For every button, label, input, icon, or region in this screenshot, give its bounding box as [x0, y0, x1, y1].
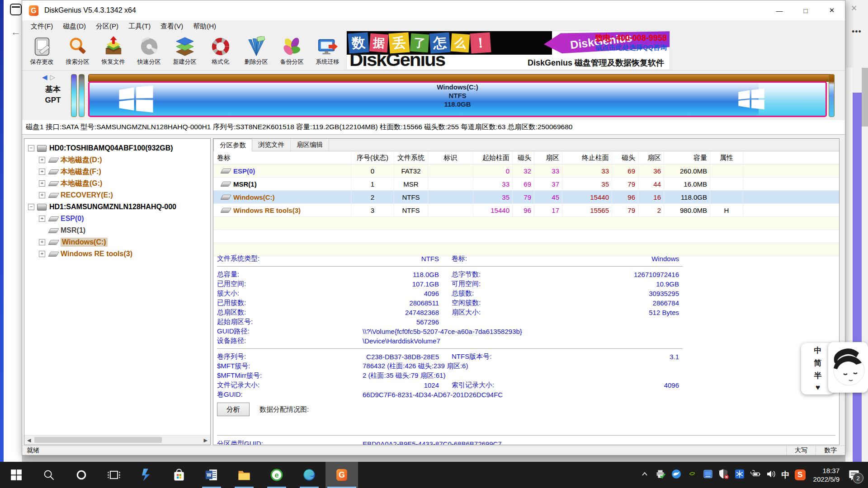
tree-toggle-icon[interactable]: − — [28, 204, 34, 210]
detail-label: $MFT簇号: — [217, 362, 314, 371]
tray-snowflake-icon[interactable] — [734, 469, 745, 481]
partition-row-msr1[interactable]: MSR(1)1MSR33693735794416.0MB — [213, 178, 839, 191]
tray-sogou-icon[interactable]: S — [795, 469, 806, 480]
esp-partition-bar[interactable] — [71, 74, 77, 117]
backup-partition-button[interactable]: 备份分区 — [274, 32, 310, 70]
tree-toggle-icon[interactable]: + — [39, 192, 45, 198]
word-icon — [205, 468, 218, 482]
scroll-left-arrow-icon[interactable]: ◀ — [27, 437, 31, 443]
tree-toggle-icon[interactable]: + — [39, 169, 45, 175]
menu-item-f[interactable]: 文件(F) — [26, 22, 58, 31]
close-button[interactable]: ✕ — [819, 0, 845, 20]
scrollbar-thumb[interactable] — [34, 437, 162, 443]
tree-item-recoverye[interactable]: + RECOVERY(E:) — [24, 189, 210, 201]
cortana-button[interactable] — [65, 462, 98, 488]
tray-bird-icon[interactable] — [671, 469, 682, 481]
new-partition-button[interactable]: 新建分区 — [167, 32, 203, 70]
next-disk-arrow-icon[interactable]: ▷ — [50, 73, 58, 81]
tree-toggle-icon[interactable]: + — [39, 251, 45, 257]
tray-ime-lang-icon[interactable]: 中 — [782, 469, 790, 480]
tab-1[interactable]: 浏览文件 — [252, 139, 291, 151]
tree-item-esp0[interactable]: + ESP(0) — [24, 213, 210, 225]
tab-2[interactable]: 扇区编辑 — [291, 139, 329, 151]
detail-label: 卷序列号: — [217, 352, 314, 361]
clock-date: 2022/5/9 — [813, 475, 840, 483]
tree-item-windowsretools3[interactable]: + Windows RE tools(3) — [24, 248, 210, 260]
partition-row-windowsretools3[interactable]: Windows RE tools(3)3NTFS1544096171556579… — [213, 204, 839, 217]
msr-partition-bar[interactable] — [79, 74, 85, 117]
menu-item-p[interactable]: 分区(P) — [91, 22, 123, 31]
partition-row-esp0[interactable]: ESP(0)0FAT3203233336936260.0MB — [213, 164, 839, 178]
word-app-button[interactable] — [195, 462, 228, 488]
diskgenius-app-button[interactable] — [326, 462, 358, 488]
tree-toggle-icon[interactable]: − — [28, 145, 34, 151]
prev-disk-arrow-icon[interactable]: ◀ — [42, 73, 50, 81]
edge-app-button[interactable] — [293, 462, 326, 488]
ime-status-widget[interactable]: 中简半♥ — [801, 342, 868, 396]
disk-scheme-label: GPT — [32, 96, 74, 105]
tree-item-msr1[interactable]: MSR(1) — [24, 225, 210, 236]
wallpaper-white-strip — [845, 68, 853, 462]
tray-power-icon[interactable] — [750, 469, 761, 481]
search-partition-button[interactable]: 搜索分区 — [60, 32, 95, 70]
tree-item-d[interactable]: + 本地磁盘(D:) — [24, 154, 210, 166]
detail-label: $MFTMirr簇号: — [217, 371, 314, 380]
menu-item-v[interactable]: 查看(V) — [156, 22, 188, 31]
tree-item-windowsc[interactable]: + Windows(C:) — [24, 236, 210, 248]
menu-item-t[interactable]: 工具(T) — [123, 22, 156, 31]
browser-app-button[interactable] — [260, 462, 293, 488]
minimize-button[interactable]: — — [766, 0, 793, 20]
tree-toggle-icon[interactable]: + — [39, 239, 45, 245]
action-center-button[interactable]: 2 — [847, 468, 861, 482]
cell-name: Windows(C:) — [213, 191, 351, 203]
magnifier-icon — [42, 468, 56, 482]
tree-item-f[interactable]: + 本地磁盘(F:) — [24, 166, 210, 178]
tree-horizontal-scrollbar[interactable]: ◀ ▶ — [24, 435, 210, 445]
recovery-partition-bar[interactable] — [829, 74, 835, 117]
cell-sh: 96 — [513, 204, 534, 216]
store-app-button[interactable] — [163, 462, 195, 488]
system-migration-button[interactable]: 系统迁移 — [310, 32, 345, 70]
tray-defender-icon[interactable] — [718, 469, 729, 481]
partition-map: Windows(C:) NTFS 118.0GB — [71, 74, 835, 117]
format-button[interactable]: 格式化 — [203, 32, 238, 70]
quick-partition-button[interactable]: 快速分区 — [131, 32, 167, 70]
detail-value: 3.1 — [549, 353, 679, 361]
menu-item-h[interactable]: 帮助(H) — [188, 22, 221, 31]
tray-expand-button[interactable] — [639, 469, 650, 481]
tab-0[interactable]: 分区参数 — [213, 139, 252, 151]
tree-toggle-icon[interactable]: + — [39, 157, 45, 163]
ime-mode-char: ♥ — [816, 383, 820, 392]
task-view-button[interactable] — [98, 462, 130, 488]
tree-item-hd1samsungmznln128hahq000[interactable]: − HD1:SAMSUNGMZNLN128HAHQ-000 — [24, 201, 210, 213]
taskbar-clock[interactable]: 18:37 2022/5/9 — [813, 466, 840, 483]
taskbar-search-button[interactable] — [33, 462, 65, 488]
tray-intel-icon[interactable] — [703, 469, 713, 481]
detail-value: 30935295 — [549, 290, 679, 297]
detail-label: 扇区大小: — [452, 308, 549, 317]
tree-toggle-icon[interactable]: + — [39, 216, 45, 222]
analyze-button[interactable]: 分析 — [217, 403, 250, 416]
column-header: 标识 — [428, 151, 473, 164]
bolt-app-button[interactable] — [130, 462, 163, 488]
tray-printer-icon[interactable] — [655, 469, 666, 481]
column-header: 卷标 — [213, 151, 351, 164]
tree-toggle-icon[interactable]: + — [39, 180, 45, 187]
delete-partition-button[interactable]: 删除分区 — [238, 32, 274, 70]
recover-files-button[interactable]: 恢复文件 — [95, 32, 131, 70]
maximize-button[interactable]: □ — [793, 0, 819, 20]
explorer-app-button[interactable] — [228, 462, 260, 488]
bird-icon — [671, 469, 682, 479]
tree-item-g[interactable]: + 本地磁盘(G:) — [24, 178, 210, 189]
tray-volume-icon[interactable] — [766, 469, 777, 481]
promo-banner[interactable]: 数据丢了怎么！ DiskGenius DiskGenius 致电: 400-00… — [346, 31, 670, 70]
menu-item-d[interactable]: 磁盘(D) — [58, 22, 91, 31]
tray-nvidia-icon[interactable] — [687, 469, 698, 481]
tree-item-hd0toshibamq04abf100932gb[interactable]: − HD0:TOSHIBAMQ04ABF100(932GB) — [24, 142, 210, 154]
back-arrow-icon[interactable]: ← — [11, 26, 21, 38]
banner-qq-link[interactable]: 或点击此处选择QQ咨询 — [595, 43, 667, 52]
save-changes-button[interactable]: 保存更改 — [24, 32, 60, 70]
start-button[interactable] — [0, 462, 33, 488]
partition-row-windowsc[interactable]: Windows(C:)2NTFS357945154409616118.0GB — [213, 191, 839, 204]
scroll-right-arrow-icon[interactable]: ▶ — [204, 437, 208, 443]
